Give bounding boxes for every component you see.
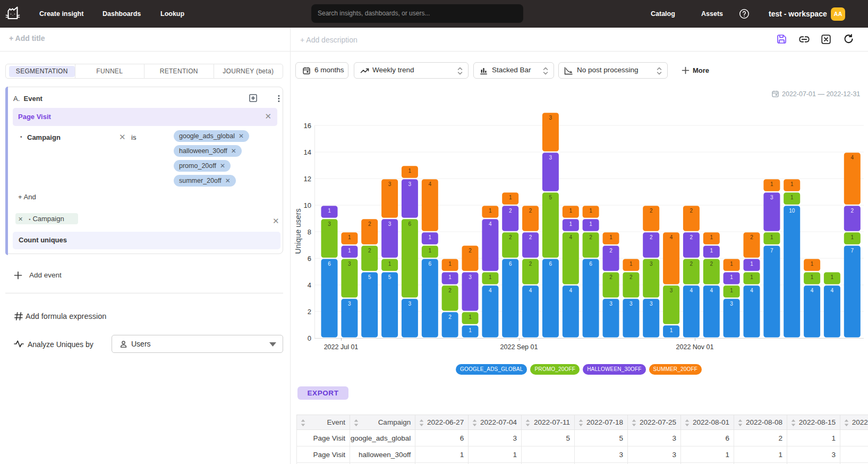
- svg-text:2: 2: [851, 208, 854, 214]
- svg-text:2: 2: [650, 208, 653, 214]
- svg-text:1: 1: [509, 195, 512, 200]
- svg-text:2: 2: [368, 248, 371, 254]
- svg-text:2: 2: [529, 208, 532, 214]
- svg-text:8: 8: [308, 228, 311, 236]
- svg-text:1: 1: [750, 274, 753, 280]
- svg-text:3: 3: [409, 301, 412, 307]
- svg-text:3: 3: [650, 261, 653, 267]
- svg-text:2022 Jul 01: 2022 Jul 01: [324, 343, 359, 351]
- svg-text:3: 3: [549, 115, 552, 121]
- svg-text:1: 1: [429, 234, 432, 240]
- svg-text:3: 3: [328, 221, 331, 227]
- svg-text:1: 1: [770, 181, 773, 187]
- svg-text:3: 3: [730, 301, 733, 307]
- svg-text:7: 7: [770, 248, 773, 254]
- svg-text:4: 4: [529, 288, 532, 293]
- svg-text:4: 4: [831, 288, 834, 293]
- svg-text:3: 3: [549, 155, 552, 161]
- svg-text:3: 3: [388, 221, 392, 227]
- svg-text:1: 1: [489, 208, 492, 214]
- svg-text:1: 1: [790, 195, 794, 200]
- svg-text:1: 1: [489, 274, 492, 280]
- svg-text:7: 7: [851, 248, 854, 254]
- svg-text:5: 5: [388, 274, 392, 280]
- svg-text:4: 4: [489, 288, 492, 293]
- svg-text:14: 14: [304, 148, 311, 156]
- svg-text:4: 4: [710, 288, 713, 293]
- svg-text:1: 1: [851, 234, 854, 240]
- svg-text:2: 2: [469, 248, 472, 254]
- svg-text:1: 1: [670, 327, 673, 333]
- svg-text:2: 2: [629, 274, 633, 280]
- svg-text:1: 1: [448, 261, 452, 267]
- svg-text:1: 1: [409, 168, 412, 174]
- svg-text:4: 4: [489, 221, 492, 227]
- svg-text:1: 1: [730, 261, 733, 267]
- svg-text:1: 1: [328, 208, 331, 214]
- svg-text:6: 6: [328, 261, 331, 267]
- svg-text:1: 1: [790, 181, 794, 187]
- svg-text:2: 2: [690, 261, 693, 267]
- svg-text:3: 3: [609, 301, 612, 307]
- svg-text:1: 1: [750, 261, 753, 267]
- svg-text:3: 3: [629, 301, 633, 307]
- svg-text:4: 4: [429, 181, 432, 187]
- svg-text:1: 1: [831, 274, 834, 280]
- svg-text:3: 3: [650, 301, 653, 307]
- svg-text:2: 2: [690, 208, 693, 214]
- svg-text:2: 2: [750, 234, 753, 240]
- svg-text:6: 6: [509, 261, 512, 267]
- svg-text:3: 3: [670, 288, 673, 293]
- svg-text:3: 3: [348, 261, 351, 267]
- svg-text:1: 1: [348, 234, 351, 240]
- svg-text:1: 1: [388, 261, 392, 267]
- svg-text:Unique users: Unique users: [294, 208, 302, 254]
- svg-text:1: 1: [448, 274, 452, 280]
- svg-text:2: 2: [609, 274, 612, 280]
- svg-text:6: 6: [308, 255, 311, 263]
- svg-text:1: 1: [710, 234, 713, 240]
- svg-text:4: 4: [811, 288, 814, 293]
- svg-text:1: 1: [710, 248, 713, 254]
- svg-text:3: 3: [469, 274, 472, 280]
- svg-text:4: 4: [569, 288, 573, 293]
- svg-text:2022 Sep 01: 2022 Sep 01: [500, 343, 538, 351]
- svg-text:3: 3: [409, 181, 412, 187]
- svg-text:2: 2: [448, 288, 452, 293]
- svg-text:6: 6: [429, 261, 432, 267]
- svg-text:4: 4: [308, 281, 311, 289]
- svg-text:4: 4: [690, 288, 693, 293]
- svg-text:6: 6: [589, 261, 592, 267]
- svg-text:1: 1: [348, 248, 351, 254]
- svg-text:1: 1: [429, 248, 432, 254]
- svg-text:12: 12: [304, 175, 311, 183]
- svg-text:1: 1: [770, 234, 773, 240]
- svg-text:3: 3: [348, 301, 351, 307]
- svg-text:2022 Nov 01: 2022 Nov 01: [676, 343, 714, 351]
- svg-text:2: 2: [690, 234, 693, 240]
- svg-text:1: 1: [811, 274, 814, 280]
- svg-text:5: 5: [549, 195, 552, 200]
- svg-text:1: 1: [589, 221, 592, 227]
- svg-text:2: 2: [589, 234, 592, 240]
- svg-text:6: 6: [409, 221, 412, 227]
- svg-text:2: 2: [650, 234, 653, 240]
- svg-text:1: 1: [609, 234, 612, 240]
- svg-text:10: 10: [304, 201, 311, 209]
- svg-text:6: 6: [549, 261, 552, 267]
- svg-text:1: 1: [589, 208, 592, 214]
- svg-text:5: 5: [368, 274, 371, 280]
- svg-text:2: 2: [308, 308, 311, 316]
- svg-text:1: 1: [469, 327, 472, 333]
- svg-text:2: 2: [448, 314, 452, 320]
- svg-text:4: 4: [851, 155, 854, 161]
- svg-text:10: 10: [789, 208, 795, 214]
- svg-text:3: 3: [770, 195, 773, 200]
- svg-text:2: 2: [529, 234, 532, 240]
- svg-text:2: 2: [368, 221, 371, 227]
- svg-text:1: 1: [629, 261, 633, 267]
- svg-text:1: 1: [811, 261, 814, 267]
- svg-text:1: 1: [469, 314, 472, 320]
- svg-text:4: 4: [750, 288, 753, 293]
- svg-text:2: 2: [529, 261, 532, 267]
